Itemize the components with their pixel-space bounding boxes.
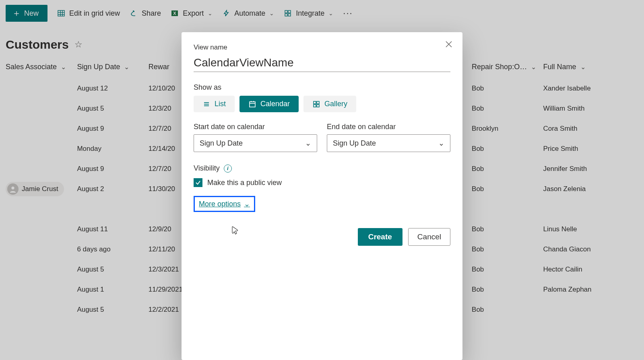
calendar-icon	[248, 100, 256, 108]
gallery-icon	[312, 100, 320, 108]
start-date-label: Start date on calendar	[194, 123, 317, 131]
svg-rect-17	[250, 102, 255, 107]
close-icon	[445, 41, 452, 48]
view-name-input[interactable]	[194, 54, 450, 72]
svg-rect-24	[317, 105, 319, 107]
start-date-select[interactable]: Sign Up Date ⌄	[194, 134, 317, 152]
svg-rect-23	[314, 105, 316, 107]
view-name-label: View name	[194, 43, 450, 51]
create-view-dialog: View name Show as List Calendar Gallery …	[182, 32, 462, 360]
info-icon[interactable]: i	[224, 165, 232, 173]
modal-scrim: View name Show as List Calendar Gallery …	[0, 0, 644, 360]
svg-rect-21	[314, 101, 316, 104]
end-date-select[interactable]: Sign Up Date ⌄	[327, 134, 450, 152]
show-as-list[interactable]: List	[194, 96, 235, 112]
more-options-highlight: More options ⌄	[194, 196, 255, 212]
check-icon	[195, 179, 201, 186]
show-as-group: List Calendar Gallery	[194, 96, 450, 112]
end-date-label: End date on calendar	[327, 123, 450, 131]
public-view-checkbox[interactable]	[194, 178, 202, 187]
cancel-button[interactable]: Cancel	[408, 228, 450, 246]
visibility-label: Visibility	[194, 164, 220, 173]
more-options-link[interactable]: More options ⌄	[199, 200, 250, 208]
chevron-down-icon: ⌄	[244, 200, 250, 208]
svg-rect-22	[317, 101, 319, 104]
list-icon	[202, 100, 211, 108]
show-as-label: Show as	[194, 83, 450, 92]
close-button[interactable]	[442, 38, 456, 52]
chevron-down-icon: ⌄	[305, 139, 311, 148]
show-as-calendar[interactable]: Calendar	[239, 96, 299, 112]
chevron-down-icon: ⌄	[438, 139, 444, 148]
cursor-pointer-icon	[229, 225, 239, 237]
create-button[interactable]: Create	[358, 228, 402, 246]
public-view-checkbox-label: Make this a public view	[207, 179, 282, 187]
show-as-gallery[interactable]: Gallery	[303, 96, 356, 112]
